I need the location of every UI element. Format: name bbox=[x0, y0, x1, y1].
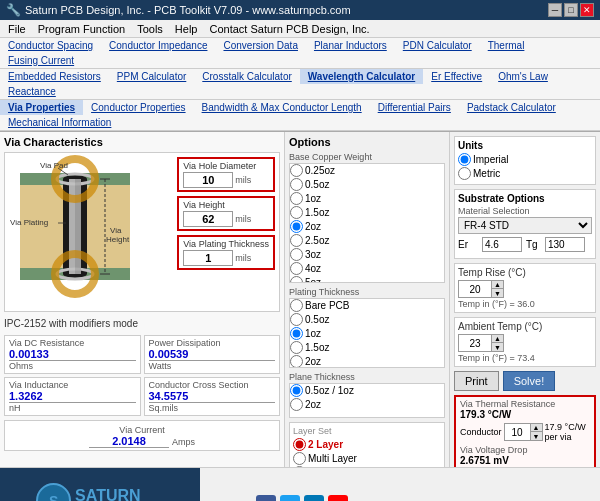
copper-2.5oz[interactable]: 2.5oz bbox=[290, 234, 444, 247]
toolbar-ohms-law[interactable]: Ohm's Law bbox=[490, 69, 556, 84]
toolbar-crosstalk[interactable]: Crosstalk Calculator bbox=[194, 69, 299, 84]
toolbar-thermal[interactable]: Thermal bbox=[480, 38, 533, 53]
svg-text:Via Pad: Via Pad bbox=[40, 161, 68, 170]
toolbar-reactance[interactable]: Reactance bbox=[0, 84, 64, 99]
facebook-icon[interactable]: f bbox=[256, 495, 276, 501]
copper-3oz[interactable]: 3oz bbox=[290, 248, 444, 261]
toolbar-fusing-current[interactable]: Fusing Current bbox=[0, 53, 82, 68]
close-btn[interactable]: ✕ bbox=[580, 3, 594, 17]
toolbar-er-effective[interactable]: Er Effective bbox=[423, 69, 490, 84]
ambient-temp-title: Ambient Temp (°C) bbox=[458, 321, 592, 332]
toolbar-embedded-resistors[interactable]: Embedded Resistors bbox=[0, 69, 109, 84]
cross-section-value: 34.5575 bbox=[149, 390, 276, 403]
twitter-icon[interactable]: t bbox=[280, 495, 300, 501]
toolbar-conductor-properties[interactable]: Conductor Properties bbox=[83, 100, 194, 115]
conductor-spinner[interactable]: ▲ ▼ bbox=[504, 423, 543, 441]
minimize-btn[interactable]: ─ bbox=[548, 3, 562, 17]
units-metric[interactable]: Metric bbox=[458, 167, 592, 180]
ambient-temp-calc: Temp in (°F) = 73.4 bbox=[458, 353, 592, 363]
menu-contact[interactable]: Contact Saturn PCB Design, Inc. bbox=[203, 22, 375, 36]
bottom-bar: S SATURN PCB DESIGN, INC Turnkey Electro… bbox=[0, 467, 600, 501]
print-button[interactable]: Print bbox=[454, 371, 499, 391]
toolbar-conductor-spacing[interactable]: Conductor Spacing bbox=[0, 38, 101, 53]
menu-tools[interactable]: Tools bbox=[131, 22, 169, 36]
toolbar-bandwidth[interactable]: Bandwidth & Max Conductor Length bbox=[194, 100, 370, 115]
ambient-temp-down[interactable]: ▼ bbox=[491, 343, 503, 351]
toolbar-pdn-calculator[interactable]: PDN Calculator bbox=[395, 38, 480, 53]
copper-1oz[interactable]: 1oz bbox=[290, 192, 444, 205]
copper-0.25oz[interactable]: 0.25oz bbox=[290, 164, 444, 177]
logo-icon: S bbox=[36, 483, 71, 501]
window-controls: ─ □ ✕ bbox=[548, 3, 594, 17]
toolbar-conductor-impedance[interactable]: Conductor Impedance bbox=[101, 38, 215, 53]
toolbar-conversion-data[interactable]: Conversion Data bbox=[215, 38, 305, 53]
menu-file[interactable]: File bbox=[2, 22, 32, 36]
layer-2[interactable]: 2 Layer bbox=[293, 438, 441, 451]
temp-rise-title: Temp Rise (°C) bbox=[458, 267, 592, 278]
copper-weight-list: 0.25oz 0.5oz 1oz 1.5oz 2oz 2.5oz 3oz 4oz… bbox=[289, 163, 445, 283]
layer-microvia[interactable]: Microvia bbox=[293, 466, 441, 467]
toolbar-via-properties[interactable]: Via Properties bbox=[0, 100, 83, 115]
cross-section-label: Conductor Cross Section bbox=[149, 380, 276, 390]
plating-thickness-group: Plating Thickness Bare PCB 0.5oz 1oz 1.5… bbox=[289, 287, 445, 368]
svg-rect-9 bbox=[75, 179, 81, 274]
via-diameter-unit: mils bbox=[235, 175, 251, 185]
layer-set-title: Layer Set bbox=[293, 426, 441, 436]
temp-rise-spinner[interactable]: ▲ ▼ bbox=[458, 280, 504, 298]
menu-help[interactable]: Help bbox=[169, 22, 204, 36]
mid-panel: Options Base Copper Weight 0.25oz 0.5oz … bbox=[285, 132, 450, 467]
toolbar-differential-pairs[interactable]: Differential Pairs bbox=[370, 100, 459, 115]
copper-5oz[interactable]: 5oz bbox=[290, 276, 444, 283]
temp-rise-box: Temp Rise (°C) ▲ ▼ Temp in (°F) = 36.0 bbox=[454, 263, 596, 313]
substrate-box: Substrate Options Material Selection FR-… bbox=[454, 189, 596, 259]
linkedin-icon[interactable]: in bbox=[304, 495, 324, 501]
plane-0.5oz[interactable]: 0.5oz / 1oz bbox=[290, 384, 444, 397]
via-hole-diameter-input[interactable] bbox=[183, 172, 233, 188]
layer-multi[interactable]: Multi Layer bbox=[293, 452, 441, 465]
plating-1oz[interactable]: 1oz bbox=[290, 327, 444, 340]
conductor-down[interactable]: ▼ bbox=[530, 432, 542, 440]
plating-0.5oz[interactable]: 0.5oz bbox=[290, 313, 444, 326]
toolbar-padstack[interactable]: Padstack Calculator bbox=[459, 100, 564, 115]
thermal-resistance-value: 179.3 °C/W bbox=[460, 409, 590, 420]
via-plating-input[interactable] bbox=[183, 250, 233, 266]
toolbar-wavelength[interactable]: Wavelength Calculator bbox=[300, 69, 423, 84]
app-icon: 🔧 bbox=[6, 3, 21, 17]
temp-rise-up[interactable]: ▲ bbox=[491, 281, 503, 289]
toolbar-ppm-calculator[interactable]: PPM Calculator bbox=[109, 69, 194, 84]
plating-1.5oz[interactable]: 1.5oz bbox=[290, 341, 444, 354]
er-input[interactable] bbox=[482, 237, 522, 252]
units-imperial[interactable]: Imperial bbox=[458, 153, 592, 166]
social-area: Follow Us f t in ▶ bbox=[200, 468, 356, 501]
ambient-temp-input[interactable] bbox=[459, 335, 491, 351]
tg-input[interactable] bbox=[545, 237, 585, 252]
material-select[interactable]: FR-4 STD bbox=[458, 217, 592, 234]
temp-rise-down[interactable]: ▼ bbox=[491, 289, 503, 297]
svg-text:Via Plating: Via Plating bbox=[10, 218, 48, 227]
copper-0.5oz[interactable]: 0.5oz bbox=[290, 178, 444, 191]
toolbar-planar-inductors[interactable]: Planar Inductors bbox=[306, 38, 395, 53]
via-height-unit: mils bbox=[235, 214, 251, 224]
via-hole-diameter-group: Via Hole Diameter mils bbox=[177, 157, 275, 192]
copper-1.5oz[interactable]: 1.5oz bbox=[290, 206, 444, 219]
toolbar-mechanical[interactable]: Mechanical Information bbox=[0, 115, 119, 130]
plating-2oz[interactable]: 2oz bbox=[290, 355, 444, 368]
copper-2oz[interactable]: 2oz bbox=[290, 220, 444, 233]
maximize-btn[interactable]: □ bbox=[564, 3, 578, 17]
solve-button[interactable]: Solve! bbox=[503, 371, 556, 391]
temp-rise-input[interactable] bbox=[459, 281, 491, 297]
plane-2oz[interactable]: 2oz bbox=[290, 398, 444, 411]
thermal-resistance-box: Via Thermal Resistance 179.3 °C/W Conduc… bbox=[454, 395, 596, 467]
ambient-temp-up[interactable]: ▲ bbox=[491, 335, 503, 343]
copper-4oz[interactable]: 4oz bbox=[290, 262, 444, 275]
conductor-input[interactable] bbox=[505, 424, 530, 440]
youtube-icon[interactable]: ▶ bbox=[328, 495, 348, 501]
conductor-up[interactable]: ▲ bbox=[530, 424, 542, 432]
menu-program[interactable]: Program Function bbox=[32, 22, 131, 36]
via-height-input[interactable] bbox=[183, 211, 233, 227]
plating-bare[interactable]: Bare PCB bbox=[290, 299, 444, 312]
plating-thickness-label: Plating Thickness bbox=[289, 287, 445, 297]
via-diagram: Via Pad Via Plating Via Height Via Hole … bbox=[4, 152, 280, 312]
thermal-resistance-label: Via Thermal Resistance bbox=[460, 399, 590, 409]
ambient-temp-spinner[interactable]: ▲ ▼ bbox=[458, 334, 504, 352]
